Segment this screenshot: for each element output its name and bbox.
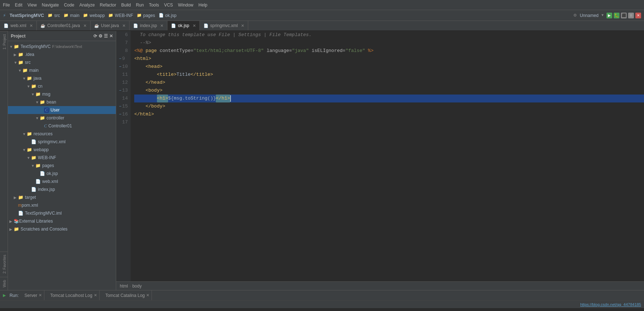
code-text-6: To change this template use File | Setti… [134, 31, 311, 39]
run-config-dropdown[interactable]: ▼ [601, 13, 604, 17]
status-url[interactable]: https://blog.csdn.net/qq_44784185 [580, 302, 641, 307]
tab-springmvc-xml[interactable]: 📄 springmvc.xml ✕ [200, 21, 249, 30]
fold-icon-10[interactable]: − [119, 63, 122, 71]
arrow-controller: ▼ [35, 116, 40, 120]
menu-code[interactable]: Code [64, 3, 74, 8]
tab-index-jsp[interactable]: 📄 index.jsp ✕ [130, 21, 167, 30]
sidebar-icon-settings[interactable]: ☰ [104, 34, 108, 39]
code-line-15: </body> [134, 102, 644, 110]
tree-item-scratches[interactable]: ▶ 📁 Scratches and Consoles [8, 225, 116, 233]
tree-item-webxml[interactable]: 📄 web.xml [8, 178, 116, 185]
tree-item-idea[interactable]: ▶ 📁 .idea [8, 51, 116, 58]
close-icon-catalina-log[interactable]: ✕ [146, 293, 149, 298]
folder-icon-main: 📁 [22, 68, 28, 73]
jsp-icon-ok: 📄 [171, 23, 176, 28]
vtab-favorites[interactable]: 2: Favorites [0, 251, 8, 276]
folder-icon-src: 📁 [18, 60, 23, 65]
linenum-17: 17 [119, 118, 128, 126]
pause-button[interactable]: ⏸ [628, 13, 634, 18]
label-pomxml: pom.xml [22, 203, 38, 208]
fold-icon-9[interactable]: − [119, 55, 122, 63]
tree-item-msg[interactable]: ▼ 📁 msg [8, 90, 116, 98]
menu-build[interactable]: Build [121, 3, 131, 8]
code-tag-14b: </h1> [216, 95, 230, 102]
m-icon-pom: m [18, 203, 22, 208]
sidebar-icon-gear[interactable]: ⚙ [98, 34, 102, 39]
tree-item-bean[interactable]: ▼ 📁 bean [8, 98, 116, 106]
close-icon-controller01[interactable]: ✕ [83, 23, 87, 28]
close-icon-server[interactable]: ✕ [39, 293, 42, 298]
menu-run[interactable]: Run [136, 3, 144, 8]
debug-button[interactable]: 🐛 [614, 13, 619, 18]
fold-icon-13[interactable]: − [119, 87, 122, 95]
close-run-button[interactable]: ✕ [635, 13, 641, 18]
tree-item-iml[interactable]: 📄 TextSpringMVC.iml [8, 209, 116, 217]
menu-navigate[interactable]: Navigate [42, 3, 59, 8]
close-icon-index-jsp[interactable]: ✕ [160, 23, 163, 28]
tree-item-user[interactable]: C User [8, 106, 116, 114]
tree-item-webinf[interactable]: ▼ 📁 WEB-INF [8, 154, 116, 162]
tree-item-main[interactable]: ▼ 📁 main [8, 66, 116, 74]
breadcrumb-html[interactable]: html [120, 284, 128, 289]
fold-icon-15[interactable]: − [119, 102, 122, 110]
run-button[interactable]: ▶ [606, 13, 612, 18]
tree-item-springmvcxml[interactable]: 📄 springmvc.xml [8, 138, 116, 146]
menu-vcs[interactable]: VCS [164, 3, 173, 8]
arrow-target: ▶ [14, 196, 18, 200]
sidebar-icon-sync[interactable]: ⟳ [93, 34, 97, 39]
menu-file[interactable]: File [3, 3, 10, 8]
tab-label-user-java: User.java [101, 23, 119, 28]
close-icon-springmvc-xml[interactable]: ✕ [241, 23, 244, 28]
tree-item-cn[interactable]: ▼ 📁 cn [8, 82, 116, 90]
editor-area[interactable]: 6 7 8 −9 −10 11 12 −13 14 −15 [116, 31, 644, 290]
title-bar: ⚡ TextSpringMVC 📁 src 📁 main 📁 webapp 📁 … [0, 10, 644, 21]
label-scratches: Scratches and Consoles [21, 227, 67, 232]
bottom-tab-catalina-log[interactable]: Tomcat Catalina Log ✕ [103, 290, 152, 300]
tree-item-java[interactable]: ▼ 📁 java [8, 74, 116, 82]
fold-icon-16[interactable]: − [119, 110, 122, 118]
sidebar-icon-close[interactable]: ✕ [109, 34, 113, 39]
breadcrumb-body[interactable]: body [132, 284, 142, 289]
code-text-7: --%> [134, 39, 151, 47]
vtab-web[interactable]: Web [0, 277, 8, 290]
close-icon-localhost-log[interactable]: ✕ [94, 293, 97, 298]
code-attr-8c: isELIgnored= [309, 47, 345, 55]
xml-icon-webxml-tree: 📄 [35, 179, 41, 184]
tree-item-indexjsp[interactable]: 📄 index.jsp [8, 185, 116, 193]
bottom-tab-server[interactable]: Server ✕ [22, 290, 44, 300]
tree-item-resources[interactable]: ▼ 📁 resources [8, 130, 116, 138]
tree-item-pages[interactable]: ▼ 📁 pages [8, 162, 116, 170]
code-attr-8a: contentType= [157, 47, 193, 55]
tree-item-controller01[interactable]: C Controller01 [8, 122, 116, 130]
tree-item-src[interactable]: ▼ 📁 src [8, 58, 116, 66]
menu-window[interactable]: Window [178, 3, 193, 8]
menu-view[interactable]: View [27, 3, 37, 8]
vtab-project[interactable]: 1: Project [0, 31, 8, 52]
tab-user-java[interactable]: ☕ User.java ✕ [91, 21, 130, 30]
menu-analyze[interactable]: Analyze [79, 3, 95, 8]
menu-tools[interactable]: Tools [149, 3, 159, 8]
code-indent-11 [134, 71, 157, 79]
tree-item-root[interactable]: ▼ 📁 TextSpringMVC F:\idea\work\Text [8, 43, 116, 51]
tab-controller01[interactable]: ☕ Controller01.java ✕ [37, 21, 91, 30]
folder-icon-pages: 📁 [137, 13, 142, 18]
tree-item-target[interactable]: ▶ 📁 target [8, 193, 116, 201]
close-icon-web-xml[interactable]: ✕ [30, 23, 33, 28]
xml-icon-springmvc-tree: 📄 [31, 139, 36, 144]
tab-web-xml[interactable]: 📄 web.xml ✕ [0, 21, 37, 30]
tree-item-okjsp[interactable]: 📄 ok.jsp [8, 170, 116, 178]
arrow-cn: ▼ [27, 84, 31, 88]
stop-button[interactable]: ⬛ [621, 13, 627, 18]
tab-ok-jsp[interactable]: 📄 ok.jsp ✕ [167, 21, 200, 30]
tree-item-webapp[interactable]: ▼ 📁 webapp [8, 146, 116, 154]
menu-help[interactable]: Help [198, 3, 207, 8]
tree-item-pomxml[interactable]: m pom.xml [8, 201, 116, 209]
menu-refactor[interactable]: Refactor [100, 3, 116, 8]
code-editor[interactable]: To change this template use File | Setti… [131, 31, 644, 281]
close-icon-user-java[interactable]: ✕ [122, 23, 126, 28]
tree-item-ext-libs[interactable]: ▶ 📚 External Libraries [8, 217, 116, 225]
bottom-tab-localhost-log[interactable]: Tomcat Localhost Log ✕ [48, 290, 100, 300]
menu-edit[interactable]: Edit [15, 3, 22, 8]
close-icon-ok-jsp[interactable]: ✕ [193, 23, 196, 28]
tree-item-controller[interactable]: ▼ 📁 controller [8, 114, 116, 122]
